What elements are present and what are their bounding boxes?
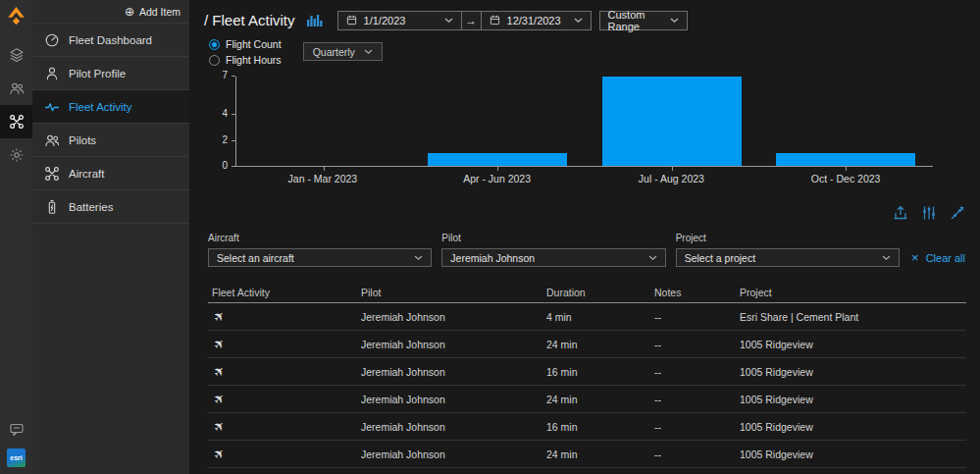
sidebar-item-fleet-activity[interactable]: Fleet Activity	[32, 89, 189, 123]
esri-logo[interactable]: esri	[7, 448, 26, 467]
table-cell-notes: --	[650, 394, 736, 405]
battery-icon	[44, 199, 60, 215]
start-date-picker[interactable]: 1/1/2023	[337, 11, 462, 30]
aircraft-filter-label: Aircraft	[208, 233, 432, 243]
table-cell-duration: 24 min	[542, 339, 650, 350]
chart-bar[interactable]	[602, 77, 742, 166]
table-row[interactable]: ✈Jeremiah Johnson16 min--1005 Ridgeview	[208, 358, 966, 386]
gauge-icon	[44, 32, 60, 48]
add-item-button[interactable]: ⊕ Add Item	[32, 0, 189, 23]
column-header: Fleet Activity	[208, 287, 357, 298]
table-cell-notes: --	[650, 311, 736, 323]
sidebar-item-label: Fleet Activity	[69, 101, 132, 113]
calendar-icon	[490, 15, 500, 26]
chevron-down-icon	[574, 18, 583, 24]
project-select[interactable]: Select a project	[676, 248, 900, 267]
site-scan-logo[interactable]	[0, 0, 32, 32]
histogram-icon	[306, 13, 323, 27]
end-date-picker[interactable]: 12/31/2023	[481, 11, 592, 30]
layers-icon[interactable]	[0, 38, 32, 72]
gear-icon[interactable]	[0, 138, 32, 172]
table-row[interactable]: ✈Jeremiah Johnson24 min--1005 Ridgeview	[208, 441, 966, 468]
flight-count-radio[interactable]: Flight Count	[209, 38, 282, 50]
project-select-value: Select a project	[685, 252, 755, 264]
column-header: Notes	[650, 287, 736, 298]
table-cell-notes: --	[650, 339, 736, 350]
export-icon[interactable]	[893, 205, 908, 221]
sidebar-item-aircraft[interactable]: Aircraft	[32, 156, 189, 189]
radio-unselected-icon	[209, 55, 220, 66]
sidebar-item-pilots[interactable]: Pilots	[32, 123, 189, 156]
table-row[interactable]: ✈	[208, 468, 966, 474]
page-title: / Fleet Activity	[204, 12, 295, 28]
chart-y-tick-label: 0	[222, 161, 228, 171]
chevron-down-icon	[882, 255, 891, 261]
table-row[interactable]: ✈Jeremiah Johnson24 min--1005 Ridgeview	[208, 331, 966, 358]
chart-x-label: Jan - Mar 2023	[235, 173, 410, 184]
aircraft-icon: ✈	[210, 309, 228, 324]
chart-y-tick-mark	[232, 140, 235, 141]
chevron-down-icon	[444, 18, 453, 24]
sidebar-item-fleet-dashboard[interactable]: Fleet Dashboard	[32, 23, 189, 56]
drone-icon[interactable]	[0, 105, 32, 138]
clear-all-button[interactable]: × Clear all	[911, 248, 966, 267]
sidebar-item-pilot-profile[interactable]: Pilot Profile	[32, 56, 189, 89]
table-cell-project: 1005 Ridgeview	[736, 421, 966, 433]
flight-hours-radio[interactable]: Flight Hours	[209, 54, 282, 66]
users-icon[interactable]	[0, 72, 32, 105]
sidebar-item-label: Aircraft	[69, 168, 104, 180]
range-preset-value: Custom Range	[608, 9, 663, 32]
chart-x-tick-mark	[672, 167, 673, 171]
chart-x-label: Oct - Dec 2023	[758, 173, 933, 184]
sidebar-item-label: Pilot Profile	[69, 68, 126, 79]
chart-slot	[411, 77, 586, 166]
chevron-down-icon	[648, 255, 657, 261]
table-cell-pilot: Jeremiah Johnson	[357, 311, 542, 323]
chart-y-axis: 0247	[208, 77, 235, 167]
add-item-label: Add Item	[139, 6, 181, 18]
pilot-filter-label: Pilot	[441, 233, 665, 243]
table-cell-notes: --	[650, 421, 736, 433]
interval-value: Quarterly	[313, 46, 355, 58]
interval-select[interactable]: Quarterly	[303, 42, 383, 61]
column-header: Pilot	[357, 287, 542, 298]
table-row[interactable]: ✈Jeremiah Johnson4 min--Esri Share | Cem…	[208, 303, 966, 331]
table-cell-project: 1005 Ridgeview	[736, 339, 966, 350]
table-row[interactable]: ✈Jeremiah Johnson24 min--1005 Ridgeview	[208, 386, 966, 413]
range-preset-select[interactable]: Custom Range	[599, 11, 688, 30]
metric-radio-group: Flight Count Flight Hours	[204, 38, 282, 66]
chat-icon[interactable]	[0, 422, 32, 437]
pulse-icon	[44, 99, 60, 115]
flight-count-chart: 0247 Jan - Mar 2023Apr - Jun 2023Jul - A…	[208, 77, 933, 184]
table-cell-pilot: Jeremiah Johnson	[357, 448, 542, 460]
chart-slot	[585, 77, 759, 166]
aircraft-select[interactable]: Select an aircraft	[208, 248, 432, 267]
sidebar-item-batteries[interactable]: Batteries	[32, 189, 189, 223]
rail-bottom: esri	[0, 422, 32, 474]
start-date-value: 1/1/2023	[364, 15, 406, 26]
table-cell-pilot: Jeremiah Johnson	[357, 339, 542, 350]
pilot-select[interactable]: Jeremiah Johnson	[441, 248, 665, 267]
chart-x-label: Apr - Jun 2023	[410, 173, 585, 184]
chart-bar[interactable]	[428, 153, 567, 166]
table-cell-project: 1005 Ridgeview	[736, 448, 966, 460]
table-row[interactable]: ✈Jeremiah Johnson16 min--1005 Ridgeview	[208, 413, 966, 441]
aircraft-icon: ✈	[210, 364, 228, 379]
sidebar-item-label: Pilots	[69, 134, 96, 146]
project-filter: Project Select a project	[676, 233, 900, 267]
table-cell-project: 1005 Ridgeview	[736, 366, 966, 378]
aircraft-select-value: Select an aircraft	[217, 252, 294, 264]
sliders-icon[interactable]	[921, 205, 937, 221]
aircraft-icon: ✈	[210, 392, 228, 406]
chart-bar[interactable]	[776, 153, 915, 166]
project-filter-label: Project	[676, 233, 900, 243]
aircraft-filter: Aircraft Select an aircraft	[208, 233, 432, 267]
main-content: / Fleet Activity 1/1/2023	[189, 0, 980, 474]
column-header: Project	[736, 287, 966, 298]
plus-circle-icon: ⊕	[125, 6, 134, 18]
sidebar-divider	[32, 223, 189, 224]
table-cell-duration: 4 min	[542, 311, 650, 323]
chart-y-tick-label: 7	[222, 71, 228, 80]
column-settings-icon[interactable]	[950, 205, 965, 221]
table-cell-duration: 24 min	[542, 394, 650, 405]
